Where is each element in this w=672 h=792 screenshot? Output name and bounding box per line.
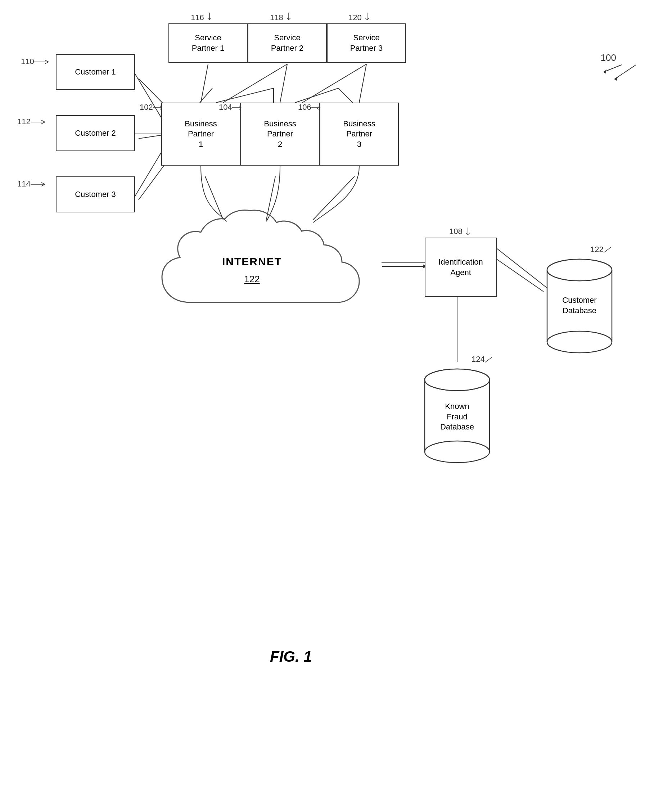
svg-line-66 — [603, 247, 611, 253]
svg-line-49 — [201, 64, 208, 102]
svg-line-53 — [359, 64, 366, 102]
ref-104: 104 — [219, 102, 243, 112]
svg-line-56 — [497, 259, 544, 291]
customer-database-label: CustomerDatabase — [536, 295, 623, 316]
identification-agent-label: IdentificationAgent — [438, 257, 483, 278]
business-partner2-box: BusinessPartner2 — [240, 102, 320, 166]
svg-line-72 — [485, 357, 492, 363]
ref-112: 112 — [17, 117, 49, 126]
svg-point-65 — [547, 259, 612, 281]
ref-106: 106 — [298, 102, 322, 112]
svg-point-62 — [547, 331, 612, 353]
svg-marker-16 — [603, 69, 606, 74]
ref-110: 110 — [21, 57, 52, 66]
customer1-box: Customer 1 — [56, 54, 135, 90]
customer3-box: Customer 3 — [56, 176, 135, 213]
fig-label: FIG. 1 — [270, 648, 312, 665]
svg-point-68 — [425, 441, 490, 462]
internet-sublabel: 122 — [212, 274, 291, 285]
service-partner2-box: ServicePartner 2 — [248, 23, 327, 63]
svg-line-4 — [216, 88, 274, 102]
service-partner2-label: ServicePartner 2 — [271, 33, 304, 53]
internet-label: INTERNET — [198, 256, 306, 268]
svg-line-48 — [135, 151, 162, 196]
ref-102: 102 — [140, 102, 164, 112]
business-partner1-label: BusinessPartner1 — [185, 119, 217, 150]
diagram: 100 Customer 1 110 Customer 2 112 Custom… — [0, 0, 672, 792]
customer3-label: Customer 3 — [75, 189, 116, 200]
ref-120: 120 — [349, 13, 373, 23]
customer1-label: Customer 1 — [75, 67, 116, 77]
svg-point-71 — [425, 369, 490, 390]
known-fraud-database-label: KnownFraudDatabase — [412, 402, 502, 432]
ref-114: 114 — [17, 179, 49, 189]
svg-line-7 — [338, 88, 353, 102]
business-partner3-label: BusinessPartner3 — [343, 119, 375, 150]
svg-line-6 — [295, 88, 338, 102]
svg-line-13 — [497, 248, 547, 288]
service-partner3-box: ServicePartner 3 — [327, 23, 406, 63]
arrow-100 — [607, 61, 643, 83]
identification-agent-box: IdentificationAgent — [425, 238, 497, 297]
svg-line-46 — [135, 74, 162, 119]
customer2-box: Customer 2 — [56, 115, 135, 151]
customer2-label: Customer 2 — [75, 128, 116, 139]
business-partner3-box: BusinessPartner3 — [320, 102, 399, 166]
ref-108: 108 — [449, 227, 473, 237]
ref-122: 122 — [590, 245, 614, 254]
svg-line-3 — [200, 88, 212, 102]
ref-116: 116 — [191, 13, 215, 23]
service-partner1-box: ServicePartner 1 — [168, 23, 248, 63]
ref-124: 124 — [472, 355, 496, 364]
svg-line-52 — [302, 64, 366, 102]
service-partner1-label: ServicePartner 1 — [192, 33, 225, 53]
service-partner3-label: ServicePartner 3 — [350, 33, 383, 53]
business-partner1-box: BusinessPartner1 — [161, 102, 240, 166]
ref-118: 118 — [270, 13, 294, 23]
svg-line-51 — [280, 64, 287, 102]
business-partner2-label: BusinessPartner2 — [264, 119, 296, 150]
svg-line-50 — [223, 64, 287, 102]
